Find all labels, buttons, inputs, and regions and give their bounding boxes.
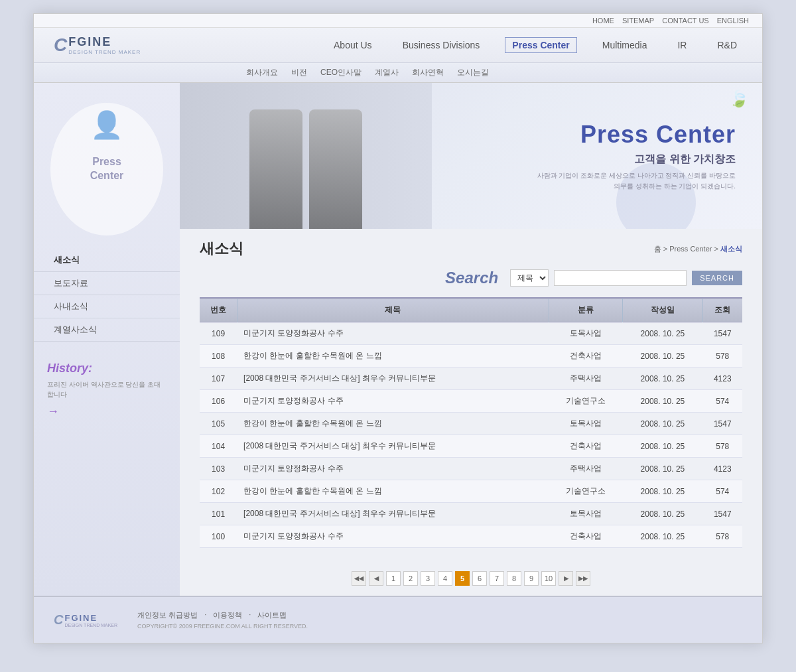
pagination-page-7[interactable]: 7 <box>490 571 504 586</box>
cell-views: 1547 <box>702 503 742 525</box>
table-row[interactable]: 107 [2008 대한민국 주거서비스 대상] 최우수 커뮤니티부문 주택사업… <box>200 368 742 390</box>
table-row[interactable]: 103 미군기지 토양정화공사 수주 주택사업 2008. 10. 25 412… <box>200 458 742 480</box>
footer-logo-sub: DESIGN TREND MAKER <box>64 623 117 628</box>
pagination-pages: 12345678910 <box>386 571 556 586</box>
footer: C FGINE DESIGN TREND MAKER 개인정보 취급방법 · 이… <box>34 596 762 643</box>
topbar-sitemap[interactable]: SITEMAP <box>622 17 654 25</box>
breadcrumb-sep2: > <box>714 245 720 253</box>
cell-title[interactable]: 미군기지 토양정화공사 수주 <box>237 525 549 548</box>
pagination-page-6[interactable]: 6 <box>472 571 487 586</box>
pagination-page-8[interactable]: 8 <box>507 571 521 586</box>
search-input[interactable] <box>554 270 687 286</box>
table-row[interactable]: 108 한강이 한눈에 훌할한 수목원에 온 느낌 건축사업 2008. 10.… <box>200 345 742 368</box>
subnav-item-1[interactable]: 비전 <box>291 67 307 78</box>
pagination-page-10[interactable]: 10 <box>541 571 556 586</box>
main-navigation: About Us Business Divisions Press Center… <box>328 37 742 53</box>
cell-title[interactable]: 한강이 한눈에 훌할한 수목원에 온 느낌 <box>237 345 549 368</box>
pagination-first[interactable]: ◀◀ <box>352 571 366 586</box>
table-row[interactable]: 106 미군기지 토양정화공사 수주 기술연구소 2008. 10. 25 57… <box>200 390 742 413</box>
footer-logo-fgine: FGINE <box>64 613 117 623</box>
cell-no: 108 <box>200 345 237 368</box>
cell-date: 2008. 10. 25 <box>622 525 702 548</box>
site-container: HOME SITEMAP CONTACT US ENGLISH C FGINE … <box>33 13 763 643</box>
col-date: 작성일 <box>622 298 702 322</box>
nav-business-divisions[interactable]: Business Divisions <box>397 37 486 53</box>
logo-c-letter: C <box>54 34 67 56</box>
pagination-last[interactable]: ▶▶ <box>576 571 590 586</box>
person-2 <box>309 109 362 229</box>
nav-rd[interactable]: R&D <box>712 37 742 53</box>
history-desc: 프리진 사이버 역사관으로 당신을 초대합니다 <box>47 379 166 399</box>
topbar-english[interactable]: ENGLISH <box>717 17 749 25</box>
cell-title[interactable]: [2008 대한민국 주거서비스 대상] 최우수 커뮤니티부문 <box>237 368 549 390</box>
cell-no: 102 <box>200 480 237 503</box>
logo-text-block: FGINE DESIGN TREND MAKER <box>68 35 141 55</box>
leaf-icon: 🍃 <box>729 90 749 108</box>
cell-title[interactable]: [2008 대한민국 주거서비스 대상] 최우수 커뮤니티부문 <box>237 503 549 525</box>
breadcrumb-home[interactable]: 홈 <box>654 245 661 253</box>
subnav-item-5[interactable]: 오시는길 <box>457 67 489 78</box>
table-row[interactable]: 109 미군기지 토양정화공사 수주 토목사업 2008. 10. 25 154… <box>200 322 742 345</box>
footer-terms-link[interactable]: 이용정책 <box>213 610 242 620</box>
nav-multimedia[interactable]: Multimedia <box>597 37 653 53</box>
header: C FGINE DESIGN TREND MAKER About Us Busi… <box>34 28 762 63</box>
topbar-home[interactable]: HOME <box>592 17 614 25</box>
sidebar-item-affiliate-news[interactable]: 계열사소식 <box>34 318 180 342</box>
cell-title[interactable]: 미군기지 토양정화공사 수주 <box>237 390 549 413</box>
sidebar-menu: 새소식 보도자료 사내소식 계열사소식 <box>34 249 180 342</box>
nav-press-center[interactable]: Press Center <box>505 37 576 53</box>
footer-privacy-link[interactable]: 개인정보 취급방법 <box>137 610 198 620</box>
topbar-contact[interactable]: CONTACT US <box>662 17 709 25</box>
pagination-page-5[interactable]: 5 <box>455 571 470 586</box>
hero-subtitle: 고객을 위한 가치창조 <box>537 153 736 167</box>
pagination-page-1[interactable]: 1 <box>386 571 401 586</box>
history-arrow[interactable]: → <box>47 405 166 419</box>
nav-ir[interactable]: IR <box>672 37 692 53</box>
search-category-select[interactable]: 제목 <box>510 269 549 287</box>
cell-title[interactable]: 한강이 한눈에 훌할한 수목원에 온 느낌 <box>237 480 549 503</box>
content-area: 👤 PressCenter 새소식 보도자료 사내소식 계열사소식 Histor… <box>34 83 762 596</box>
cell-title[interactable]: 미군기지 토양정화공사 수주 <box>237 322 549 345</box>
cell-date: 2008. 10. 25 <box>622 322 702 345</box>
subnav-item-0[interactable]: 회사개요 <box>246 67 278 78</box>
cell-no: 105 <box>200 413 237 435</box>
search-icon: Search <box>445 269 498 287</box>
pagination-page-3[interactable]: 3 <box>421 571 435 586</box>
cell-date: 2008. 10. 25 <box>622 435 702 458</box>
pagination-page-9[interactable]: 9 <box>524 571 539 586</box>
cell-title[interactable]: [2008 대한민국 주거서비스 대상] 최우수 커뮤니티부문 <box>237 435 549 458</box>
pagination-page-2[interactable]: 2 <box>403 571 418 586</box>
nav-about-us[interactable]: About Us <box>328 37 377 53</box>
subnav-item-3[interactable]: 계열사 <box>375 67 399 78</box>
cell-date: 2008. 10. 25 <box>622 345 702 368</box>
footer-logo: C FGINE DESIGN TREND MAKER <box>54 612 117 628</box>
pagination-next[interactable]: ▶ <box>559 571 573 586</box>
pagination-prev[interactable]: ◀ <box>369 571 383 586</box>
cell-category: 건축사업 <box>549 435 623 458</box>
table-row[interactable]: 102 한강이 한눈에 훌할한 수목원에 온 느낌 기술연구소 2008. 10… <box>200 480 742 503</box>
cell-date: 2008. 10. 25 <box>622 368 702 390</box>
table-row[interactable]: 100 미군기지 토양정화공사 수주 건축사업 2008. 10. 25 578 <box>200 525 742 548</box>
search-button[interactable]: SEARCH <box>692 271 742 285</box>
cell-views: 578 <box>702 435 742 458</box>
cell-category: 토목사업 <box>549 503 623 525</box>
sidebar-item-news[interactable]: 새소식 <box>34 249 180 272</box>
page-title: 새소식 <box>200 239 243 259</box>
sidebar-item-press-release[interactable]: 보도자료 <box>34 272 180 295</box>
cell-views: 4123 <box>702 368 742 390</box>
table-row[interactable]: 101 [2008 대한민국 주거서비스 대상] 최우수 커뮤니티부문 토목사업… <box>200 503 742 525</box>
cell-title[interactable]: 미군기지 토양정화공사 수주 <box>237 458 549 480</box>
cell-views: 1547 <box>702 322 742 345</box>
table-row[interactable]: 105 한강이 한눈에 훌할한 수목원에 온 느낌 토목사업 2008. 10.… <box>200 413 742 435</box>
cell-views: 1547 <box>702 413 742 435</box>
cell-title[interactable]: 한강이 한눈에 훌할한 수목원에 온 느낌 <box>237 413 549 435</box>
footer-sitemap-link[interactable]: 사이트맵 <box>257 610 287 620</box>
pagination-page-4[interactable]: 4 <box>438 571 452 586</box>
subnav-item-2[interactable]: CEO인사말 <box>320 67 362 78</box>
breadcrumb-mid[interactable]: Press Center <box>669 245 712 253</box>
sidebar-item-internal-news[interactable]: 사내소식 <box>34 295 180 318</box>
table-row[interactable]: 104 [2008 대한민국 주거서비스 대상] 최우수 커뮤니티부문 건축사업… <box>200 435 742 458</box>
col-no: 번호 <box>200 298 237 322</box>
logo[interactable]: C FGINE DESIGN TREND MAKER <box>54 34 141 56</box>
subnav-item-4[interactable]: 회사연혁 <box>412 67 444 78</box>
